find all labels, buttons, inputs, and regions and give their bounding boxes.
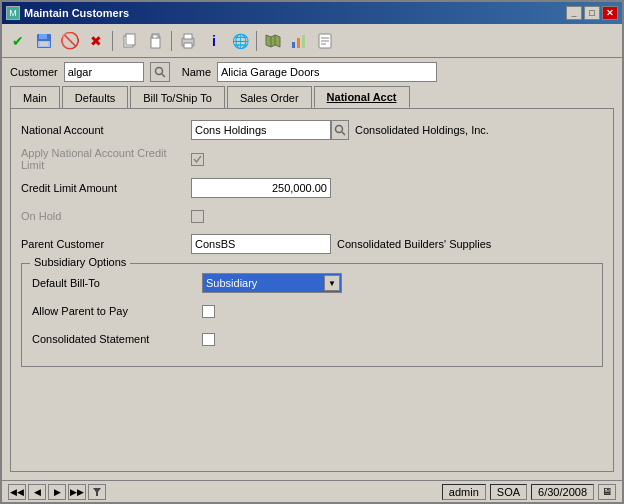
delete-button[interactable]: ✖ [84,29,108,53]
tab-defaults[interactable]: Defaults [62,86,128,108]
web-button[interactable]: 🌐 [228,29,252,53]
subsidiary-options-title: Subsidiary Options [30,256,130,268]
credit-limit-row: Credit Limit Amount [21,177,603,199]
nav-filter-button[interactable] [88,484,106,500]
svg-line-23 [162,74,165,77]
allow-parent-checkbox[interactable] [202,305,215,318]
svg-point-24 [336,126,343,133]
nav-first-button[interactable]: ◀◀ [8,484,26,500]
status-bar: ◀◀ ◀ ▶ ▶▶ admin SOA 6/30/2008 🖥 [2,480,622,502]
svg-rect-6 [151,37,160,48]
consolidated-statement-checkbox[interactable] [202,333,215,346]
national-account-row: National Account Consolidated Holdings, … [21,119,603,141]
apply-credit-checkbox [191,153,204,166]
svg-rect-11 [184,43,192,48]
national-account-search-button[interactable] [331,120,349,140]
tab-main[interactable]: Main [10,86,60,108]
customer-label: Customer [10,66,58,78]
credit-limit-input[interactable] [191,178,331,198]
status-user: admin [442,484,486,500]
svg-point-22 [155,68,162,75]
default-bill-to-wrapper: Subsidiary National Account Parent ▼ [202,273,342,293]
svg-rect-8 [153,35,157,38]
svg-marker-12 [266,35,280,47]
customer-search-button[interactable] [150,62,170,82]
toolbar-sep-2 [171,31,172,51]
svg-line-25 [342,132,345,135]
subsidiary-options-group: Subsidiary Options Default Bill-To Subsi… [21,263,603,367]
on-hold-checkbox [191,210,204,223]
window-icon: M [6,6,20,20]
report-button[interactable] [313,29,337,53]
chart-button[interactable] [287,29,311,53]
save-check-button[interactable]: ✔ [6,29,30,53]
national-account-input[interactable] [191,120,331,140]
consolidated-statement-row: Consolidated Statement [32,328,592,350]
svg-marker-26 [93,488,101,496]
parent-customer-desc: Consolidated Builders' Supplies [337,238,491,250]
toolbar: ✔ 🚫 ✖ i 🌐 [2,24,622,58]
map-button[interactable] [261,29,285,53]
copy-button[interactable] [117,29,141,53]
svg-rect-16 [297,38,300,48]
tabs-area: Main Defaults Bill To/Ship To Sales Orde… [2,86,622,108]
national-account-desc: Consolidated Holdings, Inc. [355,124,489,136]
parent-customer-label: Parent Customer [21,238,191,250]
minimize-button[interactable]: _ [566,6,582,20]
content-area: National Account Consolidated Holdings, … [10,108,614,472]
svg-rect-15 [292,42,295,48]
svg-rect-3 [40,42,48,46]
close-button[interactable]: ✕ [602,6,618,20]
title-controls: _ □ ✕ [566,6,618,20]
national-account-label: National Account [21,124,191,136]
name-label: Name [182,66,211,78]
svg-rect-17 [302,35,305,48]
toolbar-sep-1 [112,31,113,51]
customer-bar: Customer Name [2,58,622,86]
toolbar-sep-3 [256,31,257,51]
apply-credit-row: Apply National Account Credit Limit [21,147,603,171]
apply-credit-label: Apply National Account Credit Limit [21,147,191,171]
status-date: 6/30/2008 [531,484,594,500]
default-bill-to-select[interactable]: Subsidiary National Account Parent [202,273,342,293]
svg-rect-10 [184,34,192,39]
window-title: Maintain Customers [24,7,129,19]
title-bar: M Maintain Customers _ □ ✕ [2,2,622,24]
credit-limit-label: Credit Limit Amount [21,182,191,194]
on-hold-label: On Hold [21,210,191,222]
status-info: admin SOA 6/30/2008 🖥 [442,484,616,500]
tab-sales-order[interactable]: Sales Order [227,86,312,108]
info-button[interactable]: i [202,29,226,53]
default-bill-to-row: Default Bill-To Subsidiary National Acco… [32,272,592,294]
tab-national-acct[interactable]: National Acct [314,86,410,108]
on-hold-row: On Hold [21,205,603,227]
customer-input[interactable] [64,62,144,82]
svg-rect-5 [126,34,135,45]
print-button[interactable] [176,29,200,53]
maximize-button[interactable]: □ [584,6,600,20]
nav-prev-button[interactable]: ◀ [28,484,46,500]
allow-parent-label: Allow Parent to Pay [32,305,202,317]
nav-next-button[interactable]: ▶ [48,484,66,500]
nav-last-button[interactable]: ▶▶ [68,484,86,500]
paste-button[interactable] [143,29,167,53]
nav-controls: ◀◀ ◀ ▶ ▶▶ [8,484,106,500]
svg-rect-1 [39,34,47,39]
tab-bill-ship[interactable]: Bill To/Ship To [130,86,225,108]
parent-customer-input[interactable] [191,234,331,254]
allow-parent-row: Allow Parent to Pay [32,300,592,322]
name-input[interactable] [217,62,437,82]
save-disk-button[interactable] [32,29,56,53]
status-icon-button[interactable]: 🖥 [598,484,616,500]
title-bar-left: M Maintain Customers [6,6,129,20]
status-module: SOA [490,484,527,500]
consolidated-statement-label: Consolidated Statement [32,333,202,345]
parent-customer-row: Parent Customer Consolidated Builders' S… [21,233,603,255]
main-window: M Maintain Customers _ □ ✕ ✔ 🚫 ✖ i 🌐 [0,0,624,504]
cancel-button[interactable]: 🚫 [58,29,82,53]
default-bill-to-label: Default Bill-To [32,277,202,289]
